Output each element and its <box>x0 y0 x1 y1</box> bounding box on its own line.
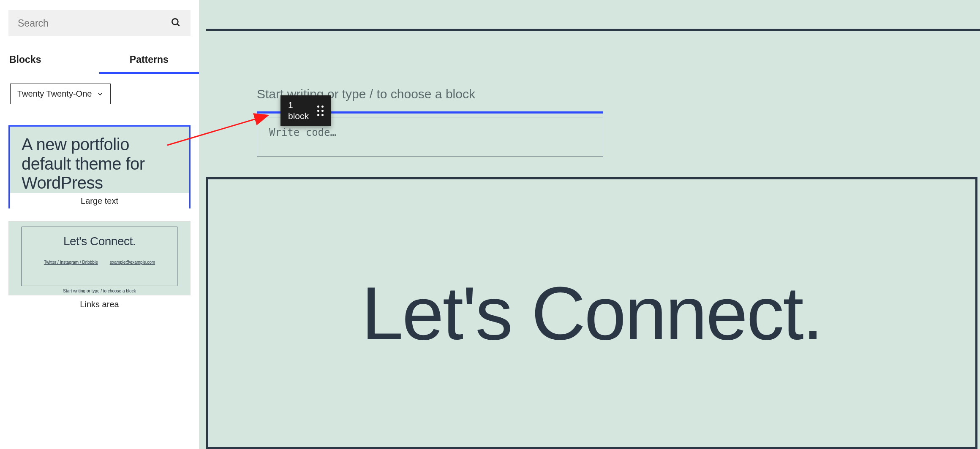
inserter-tabs: Blocks Patterns <box>0 46 199 74</box>
pattern-preview-label: Large text <box>10 193 189 210</box>
search-wrap <box>0 0 199 41</box>
inserter-sidebar: Blocks Patterns Twenty Twenty-One A new … <box>0 0 199 449</box>
search-input[interactable] <box>18 18 132 29</box>
tab-patterns[interactable]: Patterns <box>99 46 199 74</box>
pattern-links-row: Twitter / Instagram / Dribbble example@e… <box>44 260 155 265</box>
links-area-pattern-instance[interactable]: Let's Connect. <box>206 177 977 449</box>
drag-chip[interactable]: 1 block <box>280 95 331 126</box>
drag-chip-line1: 1 <box>288 100 309 111</box>
pattern-preview: A new portfolio default theme for WordPr… <box>8 125 191 208</box>
pattern-preview: Let's Connect. Twitter / Instagram / Dri… <box>8 221 191 295</box>
search-icon <box>170 17 181 30</box>
drag-chip-count: 1 block <box>288 100 309 122</box>
pattern-preview-text: A new portfolio default theme for WordPr… <box>10 127 189 193</box>
editor-canvas[interactable]: Start writing or type / to choose a bloc… <box>199 0 980 449</box>
tab-blocks[interactable]: Blocks <box>0 46 99 74</box>
chevron-down-icon <box>97 91 103 97</box>
block-area: Start writing or type / to choose a bloc… <box>257 87 605 157</box>
patterns-list: A new portfolio default theme for WordPr… <box>0 104 199 322</box>
pattern-large-text[interactable]: A new portfolio default theme for WordPr… <box>8 125 191 208</box>
pattern-links-title: Let's Connect. <box>63 235 136 248</box>
pattern-links-area[interactable]: Let's Connect. Twitter / Instagram / Dri… <box>8 221 191 309</box>
drag-chip-line2: block <box>288 111 309 122</box>
pattern-category-row: Twenty Twenty-One <box>0 74 199 104</box>
drag-handle-icon <box>317 105 324 116</box>
svg-line-1 <box>177 24 179 26</box>
separator-block[interactable] <box>206 29 980 31</box>
pattern-category-label: Twenty Twenty-One <box>17 89 92 99</box>
pattern-category-select[interactable]: Twenty Twenty-One <box>10 84 111 104</box>
pattern-links-placeholder: Start writing or type / to choose a bloc… <box>22 289 177 293</box>
links-area-heading: Let's Connect. <box>362 270 822 357</box>
search-box[interactable] <box>8 10 191 36</box>
pattern-link-left: Twitter / Instagram / Dribbble <box>44 260 98 265</box>
svg-point-0 <box>172 19 178 24</box>
pattern-link-right: example@example.com <box>110 260 155 265</box>
pattern-links-box: Let's Connect. Twitter / Instagram / Dri… <box>22 227 177 286</box>
drop-indicator: 1 block <box>257 111 603 114</box>
pattern-label: Links area <box>8 300 191 309</box>
